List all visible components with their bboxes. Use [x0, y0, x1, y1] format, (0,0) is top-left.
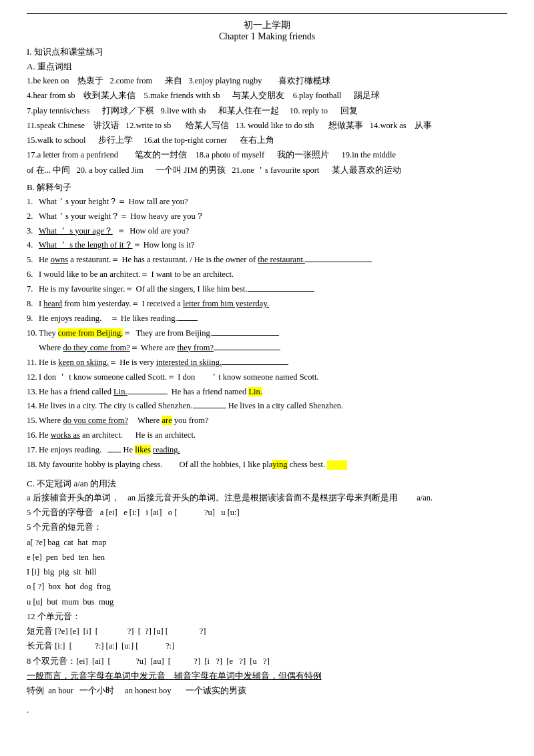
sentence-12: 12. I don ＇ t know someone called Scott.… — [27, 370, 507, 385]
section1-title: I. 知识点和课堂练习 — [27, 46, 507, 58]
main-title: 初一上学期 — [27, 19, 507, 31]
yellow-box — [327, 460, 347, 470]
sentence-15: 15. Where do you come from? Where are yo… — [27, 414, 507, 428]
page-end-dot: . — [27, 705, 507, 715]
long-row: 长元音 [i:] [ ?:] [a:] [u:] [ ?:] — [27, 639, 507, 653]
sentence-16: 16. He works as an architect. He is an a… — [27, 428, 507, 443]
vocab-line-2: 4.hear from sb 收到某人来信 5.make friends wit… — [27, 89, 507, 103]
sectionC-title: C. 不定冠词 a/an 的用法 — [27, 478, 507, 490]
phonetics-section: a 后接辅音开头的单词， an 后接元音开头的单词。注意是根据读读音而不是根据字… — [27, 491, 507, 699]
sentence-3: 3. What ＇ s your age？ ＝ How old are you? — [27, 224, 507, 239]
sectionA-title: A. 重点词组 — [27, 61, 507, 73]
short-vowel-e: e [e] pen bed ten hen — [27, 550, 507, 564]
vocab-line-7: of 在... 中间 20. a boy called Jim 一个叫 JIM … — [27, 163, 507, 177]
short-vowel-u: u [u] but mum bus mug — [27, 595, 507, 609]
short-row: 短元音 [?e] [e] [i] [ ?] [ ?] [u] [ ?] — [27, 625, 507, 639]
sentence-1: 1. What＇s your height？＝ How tall are you… — [27, 195, 507, 210]
chapter-title: Chapter 1 Making friends — [27, 31, 507, 42]
sentence-2: 2. What＇s your weight？＝ How heavy are yo… — [27, 210, 507, 224]
sentence-4: 4. What ＇ s the length of it？＝ How long … — [27, 238, 507, 253]
sentence-10: 10. They come from Beijing.＝ They are fr… — [27, 326, 507, 341]
vocab-line-1: 1.be keen on 热衷于 2.come from 来自 3.enjoy … — [27, 74, 507, 88]
vocab-line-4: 11.speak Chinese 讲汉语 12.write to sb 给某人写… — [27, 119, 507, 133]
example-line: 特例 an hour 一个小时 an honest boy 一个诚实的男孩 — [27, 684, 507, 698]
short-vowel-a: a[ ?e] bag cat hat map — [27, 536, 507, 550]
vocab-line-5: 15.walk to school 步行上学 16.at the top-rig… — [27, 133, 507, 147]
sentence-17: 17. He enjoys reading. He likes reading. — [27, 443, 507, 458]
sentence-14: 14. He lives in a city. The city is call… — [27, 399, 507, 414]
sectionB-title: B. 解释句子 — [27, 181, 507, 194]
vocab-line-3: 7.play tennis/chess 打网球／下棋 9.live with s… — [27, 104, 507, 118]
sentence-11: 11. He is keen on skiing.＝ He is very in… — [27, 356, 507, 370]
vowel-sounds: 5 个元音的字母音 a [ei] e [i:] i [ai] o [ ?u] u… — [27, 506, 507, 520]
twelve-vowels-title: 12 个单元音： — [27, 610, 507, 624]
short-vowels-title: 5 个元音的短元音： — [27, 520, 507, 534]
sentence-6: 6. I would like to be an architect.＝ I w… — [27, 268, 507, 282]
diphthong-row: 8 个双元音：[ei] [ai] [ ?u] [au] [ ?] [i ?] [… — [27, 655, 507, 669]
short-vowel-i: I [i] big pig sit hill — [27, 565, 507, 579]
sentence-5: 5. He owns a restaurant.＝ He has a resta… — [27, 253, 507, 268]
sentence-13: 13. He has a friend called Lin. He has a… — [27, 385, 507, 400]
article-intro: a 后接辅音开头的单词， an 后接元音开头的单词。注意是根据读读音而不是根据字… — [27, 491, 507, 505]
sentence-10-extra: Where do they come from?＝ Where are they… — [27, 341, 507, 355]
rule-line: 一般而言，元音字母在单词中发元音 辅音字母在单词中发辅音，但偶有特例 — [27, 669, 507, 683]
sentence-7: 7. He is my favourite singer.＝ Of all th… — [27, 282, 507, 297]
sentence-18: 18. My favourite hobby is playing chess.… — [27, 458, 507, 472]
short-vowel-o: o [ ?] box hot dog frog — [27, 580, 507, 594]
vocab-line-6: 17.a letter from a penfriend 笔友的一封信 18.a… — [27, 148, 507, 162]
sentence-8: 8. I heard from him yesterday.＝ I receiv… — [27, 297, 507, 312]
sentence-9: 9. He enjoys reading. ＝ He likes reading… — [27, 312, 507, 326]
page-header: 初一上学期 Chapter 1 Making friends — [27, 13, 507, 42]
